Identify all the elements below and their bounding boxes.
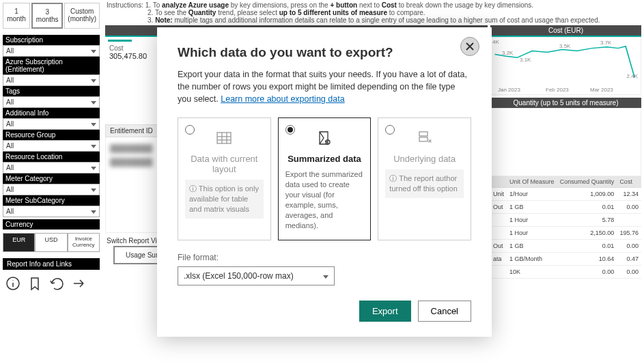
svg-rect-3 — [217, 133, 231, 143]
qty-chart[interactable] — [490, 108, 641, 176]
table-row[interactable]: Out1 GB0.010.00 — [490, 240, 641, 253]
database-icon — [416, 129, 434, 147]
filter-select-3[interactable]: All — [3, 118, 100, 130]
filter-label-6: Meter Category — [3, 173, 100, 184]
time-1month[interactable]: 1 month — [3, 3, 30, 29]
filter-label-5: Resource Location — [3, 152, 100, 162]
chevron-down-icon — [91, 47, 96, 55]
table-row[interactable]: 1 Hour5.78 — [490, 214, 641, 227]
filter-select-0[interactable]: All — [3, 45, 100, 57]
table-col[interactable]: Consumed Quantity — [557, 176, 617, 188]
time-3months[interactable]: 3 months — [31, 3, 63, 29]
time-custom[interactable]: Custom (monthly) — [64, 3, 100, 29]
modal-title: Which data do you want to export? — [178, 45, 471, 60]
table-col[interactable] — [490, 176, 507, 188]
info-icon[interactable] — [5, 276, 20, 291]
export-button[interactable]: Export — [359, 301, 411, 322]
file-format-label: File format: — [178, 253, 471, 262]
filter-label-2: Tags — [3, 86, 100, 96]
filter-label-4: Resource Group — [3, 130, 100, 140]
svg-rect-9 — [419, 132, 428, 136]
export-modal: Which data do you want to export? Export… — [157, 27, 492, 337]
undo-icon[interactable] — [49, 276, 64, 291]
modal-desc: Export your data in the format that suit… — [178, 68, 471, 105]
close-button[interactable] — [460, 37, 479, 56]
chevron-down-icon — [91, 164, 96, 171]
filter-select-1[interactable]: All — [3, 74, 100, 86]
table-row[interactable]: 10K0.000.00 — [490, 266, 641, 279]
filter-select-4[interactable]: All — [3, 140, 100, 152]
chevron-down-icon — [91, 142, 96, 150]
table-row[interactable]: Out1 GB0.010.00 — [490, 201, 641, 214]
currency-label: Currency — [3, 219, 100, 229]
learn-more-link[interactable]: Learn more about exporting data — [221, 94, 344, 104]
filter-select-7[interactable]: All — [3, 206, 100, 217]
currency-invoice[interactable]: Invoice Currency — [68, 233, 100, 252]
usage-table[interactable]: Unit Of MeasureConsumed QuantityCost Uni… — [490, 176, 641, 279]
filter-select-5[interactable]: All — [3, 162, 100, 173]
option-underlying[interactable]: Underlying data The report author turned… — [378, 117, 471, 240]
chevron-down-icon — [91, 186, 96, 193]
option-summarized[interactable]: Summarized data Export the summarized da… — [278, 117, 372, 240]
cost-chart-header: Cost (EUR) — [490, 25, 641, 37]
left-panel: 1 month 3 months Custom (monthly) Subscr… — [0, 0, 102, 362]
filter-label-3: Additional Info — [3, 108, 100, 118]
currency-selector: EUR USD Invoice Currency — [3, 233, 100, 252]
table-col[interactable]: Cost — [617, 176, 641, 188]
close-icon — [466, 42, 474, 51]
option-current-layout[interactable]: Data with current layout This option is … — [178, 117, 271, 240]
qty-header: Quantity (up to 5 units of measure) — [490, 98, 641, 108]
table-row[interactable]: Unit1/Hour1,009.0012.34 — [490, 188, 641, 201]
file-format-select[interactable]: .xlsx (Excel 150,000-row max) — [178, 266, 335, 286]
svg-rect-10 — [419, 137, 428, 141]
radio-icon — [285, 125, 295, 135]
chevron-down-icon — [91, 208, 96, 215]
table-row[interactable]: ata1 GB/Month10.640.47 — [490, 253, 641, 266]
chevron-down-icon — [323, 271, 328, 281]
export-options: Data with current layout This option is … — [178, 117, 471, 240]
chevron-down-icon — [91, 76, 96, 84]
currency-eur[interactable]: EUR — [3, 233, 35, 252]
table-col[interactable]: Unit Of Measure — [507, 176, 557, 188]
filter-label-1: Azure Subscription (Entitlement) — [3, 57, 100, 74]
forward-icon[interactable] — [71, 276, 86, 291]
report-info-link[interactable]: Report Info and Links — [3, 258, 100, 270]
instructions: Instructions: 1. To analyze Azure usage … — [102, 0, 644, 25]
cancel-button[interactable]: Cancel — [418, 301, 471, 322]
filter-select-2[interactable]: All — [3, 96, 100, 108]
filter-label-0: Subscription — [3, 35, 100, 45]
currency-usd[interactable]: USD — [35, 233, 67, 252]
time-range-buttons: 1 month 3 months Custom (monthly) — [3, 3, 100, 29]
chevron-down-icon — [91, 120, 96, 128]
table-row[interactable]: 1 Hour2,150.00195.76 — [490, 227, 641, 240]
cost-chart[interactable]: 4K 3.2K 3.1K 3.5K 3.7K 2.4K Jan 2023 Feb… — [490, 37, 641, 95]
filter-label-7: Meter SubCategory — [3, 195, 100, 206]
bottom-icons — [3, 276, 100, 291]
bookmark-icon[interactable] — [27, 276, 42, 291]
filter-select-6[interactable]: All — [3, 184, 100, 195]
chevron-down-icon — [91, 98, 96, 106]
summary-icon — [316, 129, 333, 147]
table-icon — [215, 129, 233, 147]
